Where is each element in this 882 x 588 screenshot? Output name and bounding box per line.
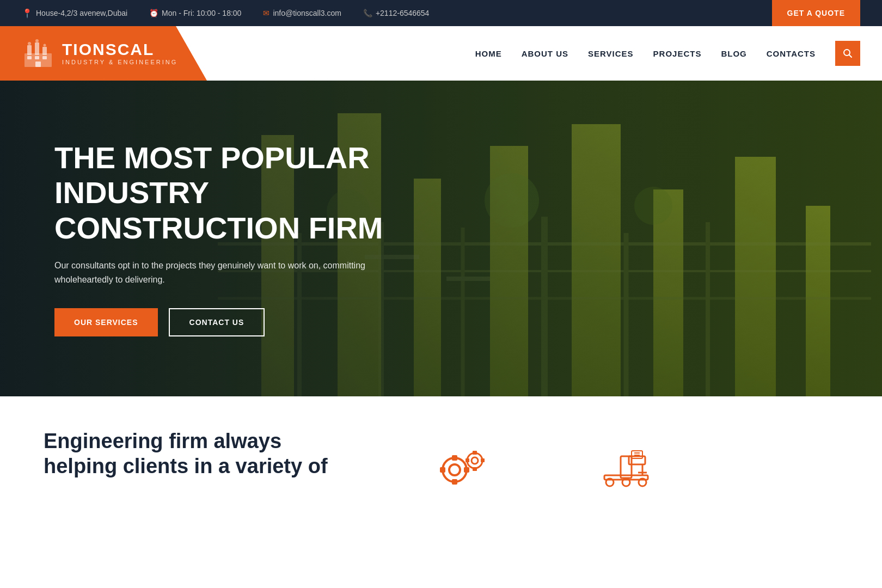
svg-rect-38 xyxy=(465,458,469,462)
svg-rect-4 xyxy=(27,56,32,59)
gears-icon xyxy=(436,445,490,489)
hero-buttons: OUR SERVICES CONTACT US xyxy=(54,308,490,336)
hero-section: THE MOST POPULAR INDUSTRY CONSTRUCTION F… xyxy=(0,81,882,396)
below-icons xyxy=(392,434,697,500)
svg-point-10 xyxy=(44,44,46,47)
svg-line-12 xyxy=(849,55,852,58)
below-text: Engineering firm always helping clients … xyxy=(44,429,370,479)
svg-rect-3 xyxy=(42,47,47,55)
svg-point-34 xyxy=(467,453,482,468)
svg-rect-37 xyxy=(473,467,477,471)
svg-rect-1 xyxy=(27,45,32,55)
svg-rect-33 xyxy=(464,467,469,473)
phone-icon: 📞 xyxy=(363,9,372,17)
svg-rect-30 xyxy=(452,455,457,461)
search-icon xyxy=(843,48,853,58)
mail-icon: ✉ xyxy=(263,9,270,17)
nav-about[interactable]: ABOUT US xyxy=(522,49,568,58)
contact-us-button[interactable]: CONTACT US xyxy=(169,308,265,336)
logo-text: TIONSCAL INDUSTRY & ENGINEERING xyxy=(62,41,177,65)
hero-subtitle: Our consultants opt in to the projects t… xyxy=(54,259,392,286)
address-info: 📍 House-4,2/3 avenew,Dubai xyxy=(22,8,127,19)
svg-point-29 xyxy=(449,464,460,475)
gears-icon-box xyxy=(392,434,534,500)
nav-blog[interactable]: BLOG xyxy=(721,49,746,58)
svg-rect-7 xyxy=(35,62,41,67)
svg-rect-31 xyxy=(452,479,457,485)
phone-info: 📞 +2112-6546654 xyxy=(363,9,430,17)
main-nav: HOME ABOUT US SERVICES PROJECTS BLOG CON… xyxy=(207,41,882,66)
svg-rect-32 xyxy=(440,467,445,473)
nav-services[interactable]: SERVICES xyxy=(588,49,634,58)
hero-content: THE MOST POPULAR INDUSTRY CONSTRUCTION F… xyxy=(0,140,490,336)
hero-title: THE MOST POPULAR INDUSTRY CONSTRUCTION F… xyxy=(54,140,490,246)
machine-icon xyxy=(599,445,653,489)
location-icon: 📍 xyxy=(22,8,33,19)
svg-rect-2 xyxy=(35,42,39,55)
machine-icon-box xyxy=(555,434,697,500)
clock-icon: ⏰ xyxy=(149,9,158,17)
hours-info: ⏰ Mon - Fri: 10:00 - 18:00 xyxy=(149,9,241,17)
svg-point-9 xyxy=(35,39,39,42)
logo-icon xyxy=(22,37,54,70)
below-title: Engineering firm always helping clients … xyxy=(44,429,370,479)
header: TIONSCAL INDUSTRY & ENGINEERING HOME ABO… xyxy=(0,26,882,81)
nav-projects[interactable]: PROJECTS xyxy=(653,49,702,58)
svg-point-28 xyxy=(443,458,467,482)
below-hero-section: Engineering firm always helping clients … xyxy=(0,396,882,505)
svg-rect-39 xyxy=(481,458,485,462)
nav-home[interactable]: HOME xyxy=(475,49,502,58)
svg-point-8 xyxy=(28,42,31,45)
svg-rect-5 xyxy=(35,56,39,59)
svg-point-35 xyxy=(471,457,478,464)
nav-contacts[interactable]: CONTACTS xyxy=(767,49,816,58)
get-quote-button[interactable]: GET A QUOTE xyxy=(772,0,860,26)
email-info: ✉ info@tionscall3.com xyxy=(263,9,341,17)
search-button[interactable] xyxy=(835,41,860,66)
our-services-button[interactable]: OUR SERVICES xyxy=(54,308,158,336)
svg-rect-36 xyxy=(473,451,477,455)
top-bar-info: 📍 House-4,2/3 avenew,Dubai ⏰ Mon - Fri: … xyxy=(22,8,772,19)
svg-rect-6 xyxy=(42,56,47,59)
top-bar: 📍 House-4,2/3 avenew,Dubai ⏰ Mon - Fri: … xyxy=(0,0,882,26)
logo-area: TIONSCAL INDUSTRY & ENGINEERING xyxy=(0,26,207,81)
